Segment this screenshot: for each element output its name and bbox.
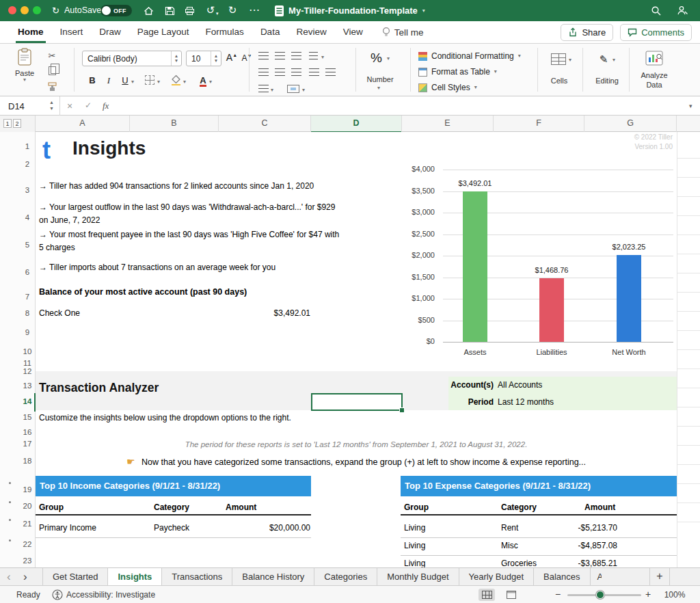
column-header-a[interactable]: A bbox=[36, 116, 130, 132]
accessibility-icon[interactable] bbox=[52, 589, 63, 600]
orientation-chevron-icon[interactable]: ▾ bbox=[321, 55, 324, 60]
user-share-icon[interactable] bbox=[677, 5, 688, 16]
tell-me-button[interactable]: Tell me bbox=[382, 27, 424, 38]
bold-button[interactable]: B bbox=[86, 75, 98, 85]
outline-group-dot[interactable] bbox=[9, 501, 11, 503]
formula-bar-expand-icon[interactable]: ▾ bbox=[689, 103, 692, 109]
name-box-stepper[interactable]: ▲▼ bbox=[49, 99, 54, 111]
outline-group-dot[interactable] bbox=[9, 539, 11, 541]
bar-net-worth[interactable] bbox=[617, 255, 641, 342]
insert-function-icon[interactable]: fx bbox=[103, 100, 109, 111]
row-header-3[interactable]: 3 bbox=[21, 185, 34, 196]
font-name-select[interactable]: Calibri (Body) ▲▼ bbox=[82, 51, 182, 66]
zoom-in-icon[interactable]: + bbox=[645, 589, 651, 600]
outline-level-2-button[interactable]: 2 bbox=[13, 119, 21, 128]
merge-center-button[interactable] bbox=[287, 85, 299, 93]
merge-chevron-icon[interactable]: ▾ bbox=[302, 88, 305, 93]
comments-button[interactable]: Comments bbox=[620, 24, 692, 41]
fill-color-chevron-icon[interactable]: ▾ bbox=[183, 79, 186, 85]
align-top-button[interactable] bbox=[258, 52, 269, 59]
cut-button[interactable]: ✂ bbox=[45, 51, 59, 63]
align-middle-button[interactable] bbox=[275, 52, 285, 59]
font-size-stepper[interactable]: ▲▼ bbox=[211, 51, 221, 66]
sheet-tab-monthly-budget[interactable]: Monthly Budget bbox=[377, 568, 459, 586]
grow-font-button[interactable]: A▲ bbox=[226, 52, 238, 63]
column-header-b[interactable]: B bbox=[130, 116, 219, 132]
tab-review[interactable]: Review bbox=[288, 21, 334, 43]
borders-chevron-icon[interactable]: ▾ bbox=[157, 79, 160, 85]
format-as-table-button[interactable]: Format as Table ▾ bbox=[418, 66, 497, 77]
row-header-15[interactable]: 15 bbox=[21, 412, 34, 423]
row-header-5[interactable]: 5 bbox=[21, 239, 34, 250]
editing-icon[interactable]: ✎ bbox=[597, 53, 610, 66]
align-left-button[interactable] bbox=[258, 68, 269, 76]
row-header-8[interactable]: 8 bbox=[21, 308, 34, 319]
sheet-tab-get-started[interactable]: Get Started bbox=[42, 568, 108, 586]
wrap-text-chevron-icon[interactable]: ▾ bbox=[271, 88, 273, 93]
zoom-level[interactable]: 100% bbox=[658, 590, 692, 600]
align-center-button[interactable] bbox=[275, 68, 285, 76]
orientation-button[interactable] bbox=[309, 52, 318, 59]
sheet-tab-categories[interactable]: Categories bbox=[314, 568, 377, 586]
normal-view-button[interactable] bbox=[479, 589, 495, 601]
percent-style-button[interactable]: % bbox=[371, 51, 382, 66]
align-bottom-button[interactable] bbox=[291, 52, 301, 59]
format-painter-button[interactable] bbox=[45, 82, 59, 94]
accessibility-status[interactable]: Accessibility: Investigate bbox=[66, 590, 155, 600]
tab-draw[interactable]: Draw bbox=[91, 21, 129, 43]
row-header-2[interactable]: 2 bbox=[21, 159, 34, 170]
bar-liabilities[interactable] bbox=[539, 278, 564, 342]
row-header-12[interactable]: 12 bbox=[21, 366, 34, 377]
italic-button[interactable]: I bbox=[103, 75, 115, 86]
borders-button[interactable] bbox=[145, 75, 154, 85]
row-header-18[interactable]: 18 bbox=[21, 455, 34, 466]
tab-data[interactable]: Data bbox=[252, 21, 288, 43]
column-header-f[interactable]: F bbox=[494, 116, 584, 132]
underline-chevron-icon[interactable]: ▾ bbox=[131, 79, 134, 85]
underline-button[interactable]: U bbox=[119, 75, 131, 85]
worksheet[interactable]: 1234567891011121314151617181920212223 t … bbox=[0, 132, 700, 567]
column-header-d[interactable]: D bbox=[311, 116, 402, 132]
enter-icon[interactable]: ✓ bbox=[85, 100, 92, 110]
increase-indent-button[interactable] bbox=[325, 68, 336, 76]
share-button[interactable]: Share bbox=[561, 24, 613, 41]
tab-view[interactable]: View bbox=[335, 21, 371, 43]
grid-corner[interactable]: 1 2 bbox=[0, 116, 36, 132]
row-header-23[interactable]: 23 bbox=[21, 555, 34, 566]
document-title-area[interactable]: My-Tiller-Foundation-Template ▾ bbox=[0, 0, 700, 21]
font-name-stepper[interactable]: ▲▼ bbox=[171, 51, 181, 66]
search-icon[interactable] bbox=[651, 5, 662, 16]
tab-insert[interactable]: Insert bbox=[52, 21, 92, 43]
analyze-data-label[interactable]: Analyze Data bbox=[636, 71, 673, 90]
cell-styles-button[interactable]: Cell Styles ▾ bbox=[418, 82, 477, 93]
period-dropdown[interactable]: Last 12 months bbox=[498, 397, 554, 407]
sheet-tab-insights[interactable]: Insights bbox=[108, 568, 162, 586]
row-header-22[interactable]: 22 bbox=[21, 539, 34, 550]
sheet-nav-right-icon[interactable]: › bbox=[23, 570, 27, 584]
cancel-icon[interactable]: × bbox=[67, 100, 72, 111]
row-header-16[interactable]: 16 bbox=[21, 427, 34, 438]
sheet-tab-yearly-budget[interactable]: Yearly Budget bbox=[459, 568, 534, 586]
font-color-button[interactable]: A bbox=[197, 75, 209, 87]
column-header-c[interactable]: C bbox=[219, 116, 311, 132]
outline-level-1-button[interactable]: 1 bbox=[3, 119, 12, 128]
row-header-7[interactable]: 7 bbox=[21, 291, 34, 302]
fill-color-button[interactable] bbox=[171, 75, 181, 85]
analyze-data-icon[interactable] bbox=[645, 51, 663, 66]
column-header-e[interactable]: E bbox=[402, 116, 494, 132]
number-chevron-icon[interactable]: ▾ bbox=[377, 85, 380, 91]
row-header-4[interactable]: 4 bbox=[21, 212, 34, 223]
selected-cell-d14[interactable] bbox=[311, 393, 403, 411]
editing-chevron-icon[interactable]: ▾ bbox=[612, 57, 615, 63]
number-format-label[interactable]: Number bbox=[358, 75, 402, 83]
sheet-tab-balance-history[interactable]: Balance History bbox=[232, 568, 314, 586]
accounts-dropdown[interactable]: All Accounts bbox=[498, 380, 542, 390]
row-header-9[interactable]: 9 bbox=[21, 327, 34, 338]
outline-group-dot[interactable] bbox=[9, 519, 11, 521]
cells-label[interactable]: Cells bbox=[543, 77, 576, 85]
row-header-21[interactable]: 21 bbox=[21, 518, 34, 529]
sheet-nav-left-icon[interactable]: ‹ bbox=[7, 570, 11, 584]
bar-assets[interactable] bbox=[463, 191, 487, 342]
align-right-button[interactable] bbox=[291, 68, 301, 76]
copy-button[interactable] bbox=[45, 66, 59, 79]
